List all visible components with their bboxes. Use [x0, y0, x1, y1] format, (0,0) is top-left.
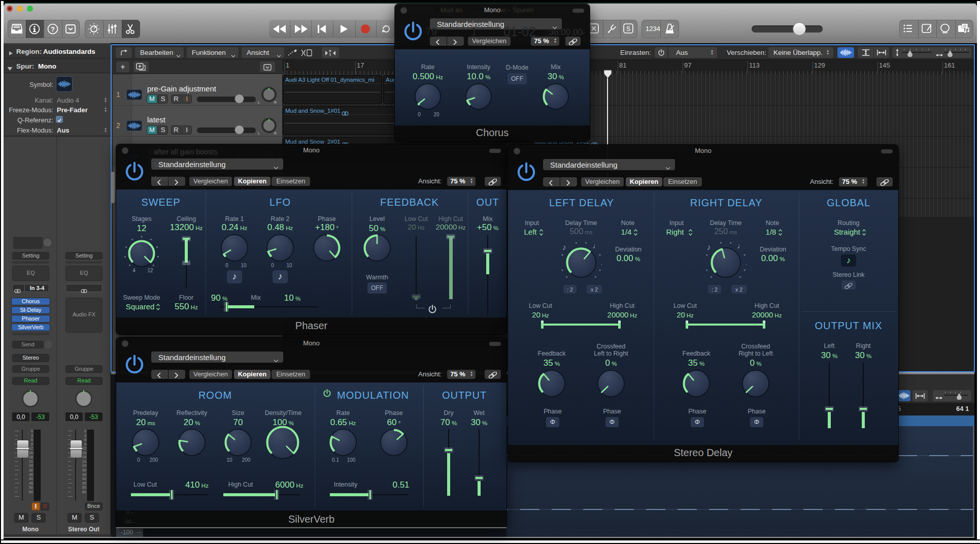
- svg-text:♩: ♩: [737, 242, 745, 250]
- svg-text:S: S: [626, 25, 630, 33]
- svg-text:♪: ♪: [707, 243, 711, 251]
- svg-text:♪: ♪: [562, 243, 566, 251]
- svg-text:♩: ♩: [592, 242, 600, 250]
- svg-text:?: ?: [51, 25, 55, 33]
